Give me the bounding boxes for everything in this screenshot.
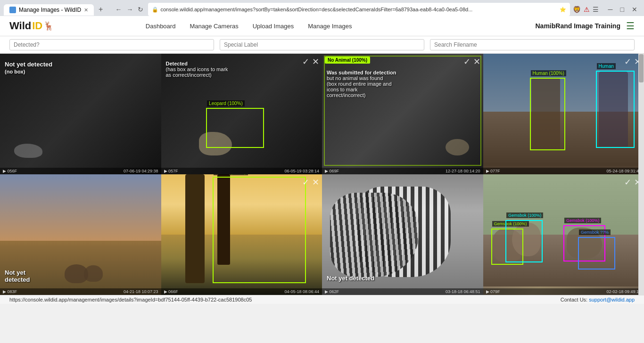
card-2-footer: ▶ 057F 06-05-19 03:28:14 bbox=[161, 168, 322, 174]
image-card-5[interactable]: Not yetdetected ▶ 083F 04-21-18 10:07:23 bbox=[0, 174, 161, 295]
contact-label: Contact Us: bbox=[561, 297, 587, 302]
card-3-footer: ▶ 069F 12-27-18 00:14:20 bbox=[322, 168, 483, 174]
card-1-timestamp: 07-06-19 04:29:38 bbox=[124, 169, 158, 173]
detected-filter[interactable] bbox=[9, 39, 214, 50]
card-2-text: Detected(has box and icons to markas cor… bbox=[166, 61, 318, 78]
active-tab[interactable]: Manage Images - WildID ✕ bbox=[4, 4, 94, 16]
card-6-timestamp: 04-05-18 08:06:44 bbox=[284, 289, 319, 294]
card-4-check[interactable]: ✓ bbox=[624, 57, 631, 67]
filter-bar bbox=[0, 36, 644, 54]
card-4-camera: ▶ 077F bbox=[486, 169, 500, 173]
nav-manage-images[interactable]: Manage Images bbox=[308, 23, 352, 30]
special-label-filter[interactable] bbox=[220, 39, 424, 50]
card-4-footer: ▶ 077F 05-24-18 09:31:42 bbox=[483, 168, 644, 174]
logo-icon: 🦌 bbox=[43, 21, 54, 31]
image-card-7[interactable]: Not yet detected ▶ 062F 03-18-18 06:48:5… bbox=[322, 174, 483, 295]
card-6-x[interactable]: ✕ bbox=[312, 177, 319, 188]
close-button[interactable]: ✕ bbox=[629, 5, 640, 14]
card-6-actions: ✓ ✕ bbox=[302, 177, 319, 188]
back-button[interactable]: ← bbox=[113, 5, 124, 14]
contact-info: Contact Us: support@wildid.app bbox=[561, 297, 635, 302]
card-8-footer: ▶ 079F 02-02-18 09:49:19 bbox=[483, 288, 644, 295]
maximize-button[interactable]: □ bbox=[618, 5, 627, 14]
app-header: WildID 🦌 Dashboard Manage Cameras Upload… bbox=[0, 16, 644, 36]
refresh-button[interactable]: ↻ bbox=[136, 5, 145, 14]
window-controls: ─ □ ✕ bbox=[605, 5, 640, 14]
card-7-text: Not yet detected bbox=[327, 275, 374, 282]
card-2-actions: ✓ ✕ bbox=[302, 57, 319, 67]
card-3-timestamp: 12-27-18 00:14:20 bbox=[446, 169, 480, 173]
card-5-footer: ▶ 083F 04-21-18 10:07:23 bbox=[0, 288, 161, 295]
card-5-overlay: Not yetdetected bbox=[0, 174, 161, 295]
card-6-footer: ▶ 066F 04-05-18 08:06:44 bbox=[161, 288, 322, 295]
contact-email[interactable]: support@wildid.app bbox=[589, 297, 635, 302]
new-tab-button[interactable]: + bbox=[95, 3, 107, 16]
image-card-1[interactable]: Not yet detected(no box) ▶ 056F 07-06-19… bbox=[0, 54, 161, 174]
logo-wild-text: Wild bbox=[9, 20, 31, 32]
card-3-text: Was submitted for detectionbut no animal… bbox=[327, 70, 479, 98]
card-6-camera: ▶ 066F bbox=[164, 289, 178, 294]
image-grid: Not yet detected(no box) ▶ 056F 07-06-19… bbox=[0, 54, 644, 295]
card-8-timestamp: 02-02-18 09:49:19 bbox=[606, 289, 641, 294]
tab-favicon bbox=[9, 7, 16, 13]
card-8-camera: ▶ 079F bbox=[486, 289, 500, 294]
card-4-timestamp: 05-24-18 09:31:42 bbox=[606, 169, 641, 173]
card-1-text: Not yet detected(no box) bbox=[5, 61, 157, 75]
image-card-8[interactable]: Gemsbok (100%) Gemsbok (100%) Gemsbok (1… bbox=[483, 174, 644, 295]
scrollbar-track[interactable] bbox=[638, 54, 644, 295]
scrollbar-thumb[interactable] bbox=[639, 54, 644, 82]
card-2-camera: ▶ 057F bbox=[164, 169, 178, 173]
card-5-camera: ▶ 083F bbox=[3, 289, 17, 294]
card-3-overlay: Was submitted for detectionbut no animal… bbox=[322, 54, 483, 174]
card-1-footer: ▶ 056F 07-06-19 04:29:38 bbox=[0, 168, 161, 174]
card-2-x[interactable]: ✕ bbox=[312, 57, 319, 67]
card-7-footer: ▶ 062F 03-18-18 06:48:51 bbox=[322, 288, 483, 295]
image-card-6[interactable]: Giraffe (100%) ✓ ✕ ▶ 066F 04-05-18 08:06… bbox=[161, 174, 322, 295]
brave-icon[interactable]: 🦁 bbox=[573, 6, 581, 13]
nav-manage-cameras[interactable]: Manage Cameras bbox=[190, 23, 238, 30]
card-2-check[interactable]: ✓ bbox=[302, 57, 309, 67]
tab-close-button[interactable]: ✕ bbox=[84, 7, 88, 13]
card-5-text: Not yetdetected bbox=[5, 269, 30, 283]
menu-icon[interactable]: ☰ bbox=[593, 6, 599, 13]
card-1-camera: ▶ 056F bbox=[3, 169, 17, 173]
card-5-timestamp: 04-21-18 10:07:23 bbox=[124, 289, 158, 294]
card-7-timestamp: 03-18-18 06:48:51 bbox=[446, 289, 480, 294]
address-bar[interactable]: 🔒 console.wildid.app/management/images?s… bbox=[148, 3, 570, 16]
nav-dashboard[interactable]: Dashboard bbox=[146, 23, 176, 30]
card-7-camera: ▶ 062F bbox=[325, 289, 339, 294]
status-url: https://console.wildid.app/management/im… bbox=[9, 297, 252, 302]
browser-chrome: Manage Images - WildID ✕ + ← → ↻ 🔒 conso… bbox=[0, 0, 644, 16]
org-name: NamibRand Image Training bbox=[536, 22, 620, 30]
logo: WildID 🦌 bbox=[9, 20, 54, 32]
card-3-camera: ▶ 069F bbox=[325, 169, 339, 173]
minimize-button[interactable]: ─ bbox=[605, 5, 616, 14]
browser-actions: 🦁 ⚠ ☰ bbox=[573, 6, 599, 13]
nav-upload-images[interactable]: Upload Images bbox=[253, 23, 294, 30]
image-card-4[interactable]: Human (100%) Human ✓ ✕ ▶ 077F 05-24-18 0… bbox=[483, 54, 644, 174]
tab-bar: Manage Images - WildID ✕ + bbox=[4, 3, 107, 16]
hamburger-menu[interactable]: ☰ bbox=[626, 20, 635, 32]
card-6-check[interactable]: ✓ bbox=[302, 177, 309, 188]
extension-icon[interactable]: ⚠ bbox=[584, 6, 590, 13]
logo-id-text: ID bbox=[32, 20, 42, 32]
scroll-area: Not yet detected(no box) ▶ 056F 07-06-19… bbox=[0, 54, 644, 295]
image-card-3[interactable]: No Animal (100%) ✓ ✕ Was submitted for d… bbox=[322, 54, 483, 174]
tab-title: Manage Images - WildID bbox=[19, 7, 81, 13]
filename-search[interactable] bbox=[430, 39, 635, 50]
card-1-overlay: Not yet detected(no box) bbox=[0, 54, 161, 174]
status-bar: https://console.wildid.app/management/im… bbox=[0, 295, 644, 304]
card-2-overlay: Detected(has box and icons to markas cor… bbox=[161, 54, 322, 174]
card-2-timestamp: 06-05-19 03:28:14 bbox=[284, 169, 319, 173]
card-8-check[interactable]: ✓ bbox=[624, 177, 631, 188]
url-text: console.wildid.app/management/images?sor… bbox=[160, 7, 557, 12]
header-right: NamibRand Image Training ☰ bbox=[536, 20, 635, 32]
forward-button[interactable]: → bbox=[124, 5, 135, 14]
main-nav: Dashboard Manage Cameras Upload Images M… bbox=[146, 23, 352, 30]
image-card-2[interactable]: Leopard (100%) Detected(has box and icon… bbox=[161, 54, 322, 174]
card-7-overlay: Not yet detected bbox=[322, 174, 483, 295]
